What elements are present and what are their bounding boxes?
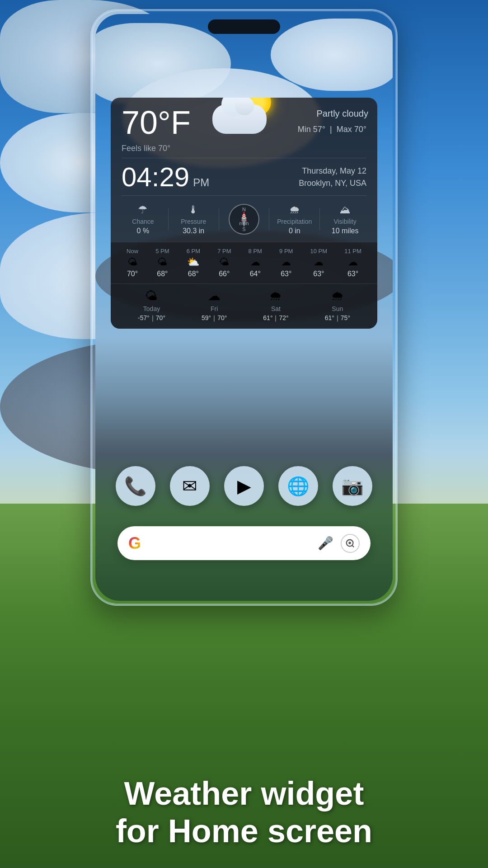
- pressure-label: Pressure: [181, 218, 206, 225]
- phone-cloud-right: [271, 19, 393, 91]
- day-icon: 🌧: [269, 288, 282, 303]
- app-dock: 📞✉▶🌐📷: [116, 466, 372, 506]
- daily-row: 🌤 Today -57°｜70° ☁ Fri 59°｜70° 🌧 Sat 61°…: [120, 288, 368, 322]
- hour-icon: ☁: [250, 256, 260, 268]
- hourly-item-6: 10 PM ☁ 63°: [310, 248, 328, 278]
- hour-icon: ☁: [314, 256, 324, 268]
- hourly-item-3: 7 PM 🌤 66°: [217, 248, 231, 278]
- widget-top-row: 70°F Partly cloudy Min 57° | Max 70°: [111, 98, 377, 143]
- min-max-row: Min 57° | Max 70°: [298, 125, 366, 134]
- hour-icon: ⛅: [187, 256, 199, 268]
- hourly-section: Now 🌤 70° 5 PM 🌤 68° 6 PM ⛅ 68° 7 PM 🌤 6…: [111, 242, 377, 283]
- precip-value: 0 in: [289, 227, 300, 235]
- day-icon: 🌧: [331, 288, 344, 303]
- bottom-caption: Weather widget for Home screen: [0, 775, 488, 850]
- divider-1: [122, 158, 366, 158]
- hour-label: 5 PM: [155, 248, 169, 255]
- day-temps: 59°｜70°: [202, 314, 227, 322]
- precip-label: Precipitation: [277, 218, 312, 225]
- time-date-row: 04:29 PM Thursday, May 12 Brooklyn, NY, …: [111, 160, 377, 195]
- hour-label: 11 PM: [344, 248, 361, 255]
- caption-line1: Weather widget: [27, 775, 461, 812]
- phone-screen: 70°F Partly cloudy Min 57° | Max 70° Fee…: [95, 14, 393, 601]
- stat-precipitation: 🌧 Precipitation 0 in: [269, 203, 319, 235]
- chance-value: 0 %: [137, 227, 150, 235]
- daily-section: 🌤 Today -57°｜70° ☁ Fri 59°｜70° 🌧 Sat 61°…: [111, 283, 377, 329]
- hour-temp: 63°: [281, 270, 291, 278]
- caption-line2: for Home screen: [27, 812, 461, 850]
- date-location: Thursday, May 12 Brooklyn, NY, USA: [299, 165, 366, 189]
- hour-icon: ☁: [281, 256, 291, 268]
- date-text: Thursday, May 12: [299, 165, 366, 177]
- stat-wind: N S 8 mph: [219, 203, 269, 236]
- pressure-value: 30.3 in: [183, 227, 204, 235]
- hour-icon: 🌤: [157, 256, 167, 268]
- weather-condition: Partly cloudy: [317, 108, 369, 119]
- stat-chance: ☂ Chance 0 %: [118, 203, 168, 235]
- hour-label: Now: [127, 248, 138, 255]
- location-text: Brooklyn, NY, USA: [299, 177, 366, 189]
- hourly-item-2: 6 PM ⛅ 68°: [187, 248, 200, 278]
- day-label: Fri: [211, 305, 218, 312]
- feels-like-row: Feels like 70°: [111, 143, 377, 156]
- cloud-icon: [212, 104, 267, 134]
- day-label: Today: [143, 305, 160, 312]
- hour-icon: 🌤: [219, 256, 229, 268]
- chrome-icon[interactable]: 🌐: [278, 466, 318, 506]
- weather-icon-area: [212, 98, 276, 134]
- hourly-item-5: 9 PM ☁ 63°: [279, 248, 293, 278]
- daily-item-3: 🌧 Sun 61°｜75°: [325, 288, 350, 322]
- hour-temp: 68°: [188, 270, 199, 278]
- play-store-icon[interactable]: ▶: [224, 466, 264, 506]
- wind-speed: 8: [239, 212, 249, 221]
- hour-label: 8 PM: [249, 248, 262, 255]
- visibility-icon: ⛰: [340, 203, 351, 216]
- phone-icon[interactable]: 📞: [116, 466, 155, 506]
- day-label: Sat: [271, 305, 281, 312]
- compass: N S 8 mph: [228, 203, 260, 236]
- temperature-display: 70°F: [122, 106, 191, 139]
- hour-temp: 63°: [347, 270, 358, 278]
- search-bar[interactable]: G 🎤: [117, 526, 371, 560]
- chance-label: Chance: [132, 218, 154, 225]
- hourly-item-0: Now 🌤 70°: [127, 248, 138, 278]
- hour-icon: ☁: [348, 256, 358, 268]
- day-temps: 61°｜72°: [263, 314, 288, 322]
- visibility-label: Visibility: [333, 218, 356, 225]
- divider-2: [122, 195, 366, 196]
- wind-unit: mph: [239, 221, 249, 226]
- hour-temp: 70°: [127, 270, 138, 278]
- stat-visibility: ⛰ Visibility 10 miles: [320, 203, 370, 235]
- hour-label: 6 PM: [187, 248, 200, 255]
- daily-item-2: 🌧 Sat 61°｜72°: [263, 288, 288, 322]
- hour-icon: 🌤: [127, 256, 137, 268]
- pressure-icon: 🌡: [188, 203, 199, 216]
- day-temps: -57°｜70°: [138, 314, 165, 322]
- lens-icon[interactable]: [341, 534, 360, 553]
- hour-temp: 68°: [157, 270, 168, 278]
- hour-temp: 64°: [250, 270, 261, 278]
- time-display: 04:29 PM: [122, 164, 209, 191]
- day-temps: 61°｜75°: [325, 314, 350, 322]
- messages-icon[interactable]: ✉: [170, 466, 210, 506]
- hour-temp: 63°: [313, 270, 324, 278]
- hour-temp: 66°: [219, 270, 230, 278]
- feels-like-text: Feels like 70°: [122, 144, 170, 153]
- phone-notch: [208, 19, 280, 34]
- day-icon: ☁: [208, 288, 221, 303]
- time-text: 04:29: [122, 164, 189, 191]
- time-ampm: PM: [193, 176, 209, 189]
- hour-label: 7 PM: [217, 248, 231, 255]
- daily-item-0: 🌤 Today -57°｜70°: [138, 288, 165, 322]
- day-icon: 🌤: [145, 288, 158, 303]
- hourly-row: Now 🌤 70° 5 PM 🌤 68° 6 PM ⛅ 68° 7 PM 🌤 6…: [118, 248, 370, 278]
- hourly-item-4: 8 PM ☁ 64°: [249, 248, 262, 278]
- camera-icon[interactable]: 📷: [333, 466, 372, 506]
- weather-widget[interactable]: 70°F Partly cloudy Min 57° | Max 70° Fee…: [111, 98, 377, 329]
- hourly-item-1: 5 PM 🌤 68°: [155, 248, 169, 278]
- max-temp: Max 70°: [337, 125, 366, 134]
- microphone-icon[interactable]: 🎤: [318, 536, 333, 551]
- chance-icon: ☂: [138, 203, 148, 216]
- daily-item-1: ☁ Fri 59°｜70°: [202, 288, 227, 322]
- hour-label: 9 PM: [279, 248, 293, 255]
